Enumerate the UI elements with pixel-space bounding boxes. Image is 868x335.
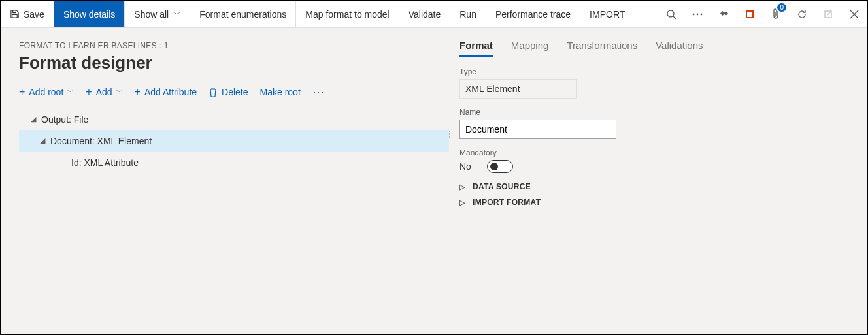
tree-node-label: Document: XML Element — [50, 136, 152, 146]
left-pane: FORMAT TO LEARN ER BASELINES : 1 Format … — [1, 28, 449, 334]
performance-trace-label: Performance trace — [495, 9, 571, 20]
add-label: Add — [96, 87, 112, 97]
diamond-icon[interactable] — [710, 1, 737, 27]
more-actions-icon[interactable]: ⋯ — [312, 85, 326, 99]
drag-handle-icon[interactable]: ⋮ — [445, 129, 454, 139]
chevron-down-icon: ﹀ — [67, 88, 74, 97]
toggle-knob — [490, 163, 498, 170]
name-input[interactable] — [459, 120, 616, 139]
format-enumerations-label: Format enumerations — [199, 9, 286, 20]
add-attribute-button[interactable]: + Add Attribute — [135, 87, 197, 97]
add-root-button[interactable]: + Add root ﹀ — [19, 87, 74, 97]
app-window: Save Show details Show all ﹀ Format enum… — [0, 0, 868, 335]
save-button[interactable]: Save — [1, 1, 54, 27]
plus-icon: + — [135, 87, 141, 97]
right-pane: Format Mapping Transformations Validatio… — [449, 28, 867, 334]
expander-label: IMPORT FORMAT — [473, 198, 541, 207]
type-value: XML Element — [459, 79, 577, 99]
breadcrumb: FORMAT TO LEARN ER BASELINES : 1 — [19, 41, 449, 50]
map-format-label: Map format to model — [305, 9, 389, 20]
svg-point-0 — [667, 10, 674, 17]
more-icon[interactable] — [684, 1, 710, 27]
show-details-button[interactable]: Show details — [54, 1, 125, 27]
svg-line-1 — [673, 16, 676, 19]
run-label: Run — [459, 9, 476, 20]
tab-transformations[interactable]: Transformations — [567, 40, 637, 57]
mandatory-label: Mandatory — [459, 148, 849, 157]
add-root-label: Add root — [29, 87, 63, 97]
collapse-icon: ◢ — [40, 136, 50, 145]
chevron-right-icon: ▷ — [459, 183, 467, 191]
mandatory-value: No — [459, 161, 471, 172]
tab-format[interactable]: Format — [459, 40, 493, 57]
collapse-icon: ◢ — [31, 115, 41, 123]
tree-node-id[interactable]: Id: XML Attribute — [19, 152, 449, 173]
page-title: Format designer — [19, 53, 449, 73]
name-label: Name — [459, 108, 849, 117]
mandatory-field: Mandatory No — [459, 148, 849, 173]
expander-data-source[interactable]: ▷ DATA SOURCE — [459, 182, 849, 191]
tree-node-label: Output: File — [41, 114, 88, 125]
open-new-icon[interactable] — [815, 1, 841, 27]
make-root-button[interactable]: Make root — [260, 87, 301, 97]
show-all-button[interactable]: Show all ﹀ — [125, 1, 190, 27]
delete-button[interactable]: Delete — [209, 87, 248, 97]
tree-node-output[interactable]: ◢ Output: File — [19, 108, 449, 130]
tab-validations[interactable]: Validations — [656, 40, 703, 57]
mandatory-toggle[interactable] — [487, 160, 513, 173]
format-tree: ◢ Output: File ◢ Document: XML Element I… — [19, 108, 449, 173]
trash-icon — [209, 88, 218, 97]
svg-point-4 — [701, 13, 703, 15]
show-details-label: Show details — [63, 9, 115, 20]
type-field: Type XML Element — [459, 67, 849, 99]
mandatory-row: No — [459, 160, 849, 173]
tab-mapping[interactable]: Mapping — [511, 40, 549, 57]
performance-trace-button[interactable]: Performance trace — [486, 1, 580, 27]
chevron-down-icon: ﹀ — [174, 10, 180, 19]
make-root-label: Make root — [260, 87, 301, 97]
svg-point-2 — [693, 13, 695, 15]
office-icon[interactable] — [737, 1, 763, 27]
add-attribute-label: Add Attribute — [144, 87, 197, 97]
plus-icon: + — [86, 87, 92, 97]
tree-node-document[interactable]: ◢ Document: XML Element — [19, 130, 449, 152]
add-button[interactable]: + Add ﹀ — [86, 87, 122, 97]
save-label: Save — [24, 9, 44, 20]
refresh-icon[interactable] — [789, 1, 815, 27]
delete-label: Delete — [222, 87, 248, 97]
type-label: Type — [459, 67, 849, 76]
close-icon[interactable] — [841, 1, 867, 27]
validate-button[interactable]: Validate — [399, 1, 451, 27]
content: FORMAT TO LEARN ER BASELINES : 1 Format … — [1, 28, 867, 334]
detail-tabs: Format Mapping Transformations Validatio… — [459, 40, 849, 57]
svg-rect-6 — [724, 10, 728, 15]
show-all-label: Show all — [134, 9, 169, 20]
expander-import-format[interactable]: ▷ IMPORT FORMAT — [459, 198, 849, 207]
svg-rect-8 — [747, 12, 752, 17]
chevron-right-icon: ▷ — [459, 199, 467, 207]
toolbar-spacer — [634, 1, 658, 27]
toolbar: Save Show details Show all ﹀ Format enum… — [1, 1, 867, 28]
format-enumerations-button[interactable]: Format enumerations — [190, 1, 296, 27]
import-label: IMPORT — [590, 9, 625, 20]
attachment-badge: 0 — [777, 3, 786, 12]
action-row: + Add root ﹀ + Add ﹀ + Add Attribute — [19, 85, 449, 99]
tree-node-label: Id: XML Attribute — [71, 157, 139, 168]
map-format-button[interactable]: Map format to model — [296, 1, 399, 27]
search-icon[interactable] — [658, 1, 684, 27]
svg-point-3 — [697, 13, 699, 15]
import-button[interactable]: IMPORT — [580, 1, 634, 27]
plus-icon: + — [19, 87, 25, 97]
expander-label: DATA SOURCE — [473, 182, 531, 191]
run-button[interactable]: Run — [450, 1, 486, 27]
chevron-down-icon: ﹀ — [116, 88, 123, 97]
name-field: Name — [459, 108, 849, 139]
validate-label: Validate — [409, 9, 441, 20]
save-icon — [10, 9, 20, 19]
attachment-icon[interactable]: 0 — [763, 1, 789, 27]
